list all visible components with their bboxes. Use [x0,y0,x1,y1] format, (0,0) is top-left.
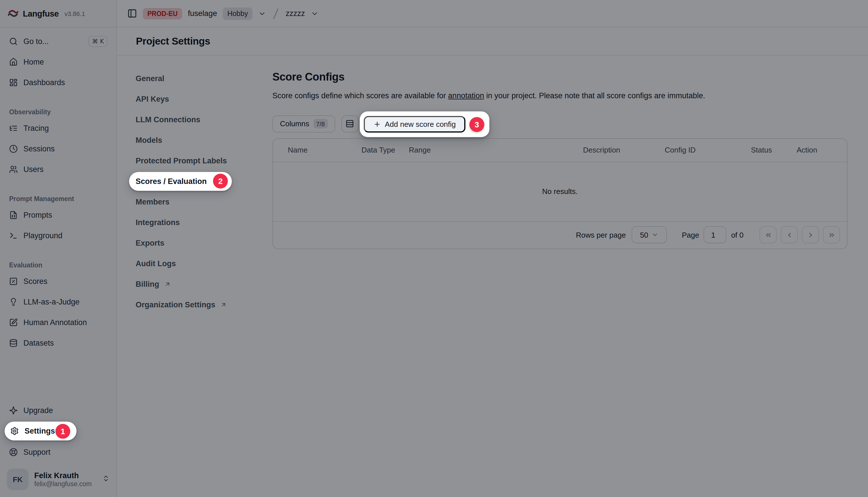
settings-nav-label: Members [136,197,170,206]
goto-search[interactable]: Go to... ⌘ K [4,33,112,50]
description-text: in your project. Please note that all sc… [484,91,705,100]
users-icon [9,165,18,174]
add-button-label: Add new score config [385,120,456,129]
sidebar-item-sessions[interactable]: Sessions [4,141,112,157]
page-count-label: of 0 [731,231,743,239]
settings-nav-exports[interactable]: Exports [129,237,232,249]
settings-nav-members[interactable]: Members [129,195,232,208]
settings-nav-label: Scores / Evaluation [136,177,207,185]
sidebar-nav: Go to... ⌘ K Home Dashboards Observabili… [0,27,116,497]
breadcrumb-slash [272,6,280,21]
sidebar-item-label: Support [24,448,50,456]
spotlight-card: Add new score config 3 [360,111,489,137]
sidebar-item-datasets[interactable]: Datasets [4,335,112,351]
sidebar-item-label: Users [24,165,44,174]
empty-state: No results. [273,187,847,196]
column-header-description: Description [583,146,665,154]
settings-nav-audit-logs[interactable]: Audit Logs [129,257,232,270]
settings-nav-llm-connections[interactable]: LLM Connections [129,113,232,126]
user-email: felix@langfuse.com [34,480,92,487]
arrow-up-right-icon [220,301,227,308]
file-json-icon [9,211,18,219]
settings-nav-scores-evaluation[interactable]: Scores / Evaluation 2 [129,172,232,190]
rows-per-page-label: Rows per page [576,231,626,239]
add-score-config-button[interactable]: Add new score config [364,116,465,133]
goto-label: Go to... [24,37,49,46]
brand-row: Langfuse v3.86.1 [0,0,116,27]
sidebar-item-label: Prompts [24,211,52,219]
user-name: Felix Krauth [34,471,92,480]
database-icon [9,339,18,347]
column-header-data-type: Data Type [361,146,409,154]
settings-nav-protected-prompt-labels[interactable]: Protected Prompt Labels [129,154,232,167]
settings-nav-label: API Keys [136,95,169,103]
column-header-status: Status [751,146,797,154]
settings-nav-label: Protected Prompt Labels [136,156,227,165]
step-badge-1: 1 [55,424,70,438]
settings-nav-label: Organization Settings [136,300,215,309]
settings-nav-models[interactable]: Models [129,134,232,146]
sidebar-item-users[interactable]: Users [4,161,112,178]
chevrons-left-icon [764,231,772,239]
settings-nav-billing[interactable]: Billing [129,278,232,290]
project-switcher[interactable] [310,10,319,17]
column-header-range: Range [409,146,583,154]
sidebar-item-settings[interactable]: Settings 1 [4,422,76,440]
sidebar-toggle-button[interactable] [127,9,137,18]
chevron-left-icon [785,231,793,239]
sidebar-item-upgrade[interactable]: Upgrade [4,402,112,419]
sidebar-item-scores[interactable]: Scores [4,273,112,289]
settings-nav-api-keys[interactable]: API Keys [129,93,232,105]
page-number-input[interactable] [704,227,727,244]
settings-nav-integrations[interactable]: Integrations [129,216,232,228]
search-icon [9,37,18,46]
annotation-link[interactable]: annotation [448,91,484,100]
sidebar-item-human-annotation[interactable]: Human Annotation [4,314,112,331]
lightbulb-icon [9,298,18,306]
columns-button[interactable]: Columns 7/8 [272,115,335,132]
org-switcher[interactable] [258,10,266,17]
settings-nav-label: Integrations [136,218,180,227]
next-page-button[interactable] [802,227,819,244]
sidebar-item-llm-as-a-judge[interactable]: LLM-as-a-Judge [4,294,112,310]
rows-per-page-value: 50 [640,231,648,239]
settings-nav: General API Keys LLM Connections Models … [129,72,237,319]
project-name[interactable]: zzzzz [286,9,305,18]
user-meta: Felix Krauth felix@langfuse.com [34,471,92,487]
rows-icon [346,119,354,128]
plan-badge: Hobby [223,7,252,20]
rows-per-page-select[interactable]: 50 [632,227,667,244]
pager-buttons [760,227,840,244]
org-name[interactable]: fuselage [188,9,217,18]
pagination-bar: Rows per page 50 Page of 0 [273,222,847,248]
sidebar-bottom: Upgrade Settings 1 Support FK Felix Krau… [4,402,112,490]
columns-label: Columns [280,119,309,128]
sidebar-item-home[interactable]: Home [4,54,112,70]
user-menu[interactable]: FK Felix Krauth felix@langfuse.com [4,468,112,490]
goto-kbd: ⌘ K [89,36,107,47]
last-page-button[interactable] [823,227,840,244]
settings-nav-general[interactable]: General [129,72,232,85]
settings-nav-organization-settings[interactable]: Organization Settings [129,298,232,311]
table-toolbar: Columns 7/8 Add new score config 3 [272,111,848,137]
page-label: Page [682,231,699,239]
sidebar-item-support[interactable]: Support [4,444,112,460]
first-page-button[interactable] [760,227,777,244]
row-height-button[interactable] [341,115,358,132]
topbar: PROD-EU fuselage Hobby zzzzz [117,0,868,27]
sparkle-icon [9,406,18,415]
sidebar-item-playground[interactable]: Playground [4,227,112,244]
section-description: Score configs define which scores are av… [272,91,705,100]
settings-nav-label: LLM Connections [136,115,200,124]
page-title: Project Settings [136,35,210,47]
panel-left-icon [127,9,137,18]
sidebar-item-prompts[interactable]: Prompts [4,207,112,223]
life-buoy-icon [9,448,18,456]
step-badge-3: 3 [469,117,484,132]
table-body: No results. [273,162,847,222]
sidebar-item-label: Upgrade [24,406,53,415]
square-pen-icon [9,318,18,327]
sidebar-item-dashboards[interactable]: Dashboards [4,74,112,91]
sidebar-item-tracing[interactable]: Tracing [4,120,112,137]
prev-page-button[interactable] [781,227,798,244]
